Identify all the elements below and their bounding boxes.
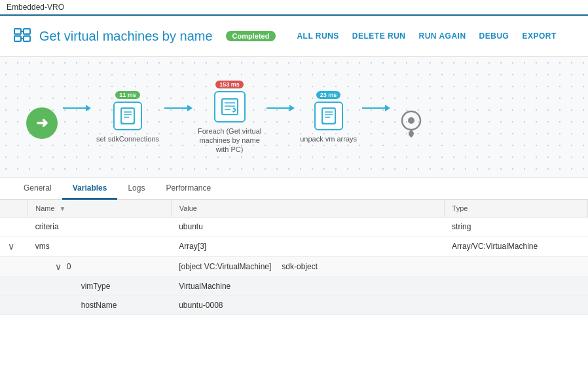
page-title: Get virtual machines by name <box>39 29 213 44</box>
table-row: hostName ubuntu-0008 <box>0 296 588 315</box>
row-expand-cell <box>0 257 28 277</box>
status-badge: Completed <box>226 31 276 41</box>
arrow-line <box>164 107 187 109</box>
sub-expand-icon[interactable]: ∨ <box>55 261 62 272</box>
row-type: string <box>444 217 587 236</box>
expand-icon[interactable]: ∨ <box>8 241 14 252</box>
arrow-4 <box>362 105 390 111</box>
row-name: criteria <box>28 217 171 236</box>
row-expand-cell <box>0 277 28 296</box>
arrow-1 <box>63 105 91 111</box>
wf-node-unpack: 23 ms unpack vm arrays <box>300 91 357 143</box>
wf-node-foreach: 153 ms Foreach (Get virtualmachines by n… <box>198 81 261 155</box>
svg-rect-15 <box>322 108 335 124</box>
arrow-3 <box>266 105 295 111</box>
table-row: ∨ vms Array[3] Array/VC:VirtualMachine <box>0 236 588 257</box>
variables-table-section: Name ▼ Value Type criteria ubuntu string <box>0 200 588 315</box>
row-type <box>444 296 587 315</box>
unpack-badge: 23 ms <box>316 91 341 99</box>
th-type: Type <box>444 200 587 217</box>
table-header: Name ▼ Value Type <box>0 200 588 217</box>
unpack-icon <box>314 102 343 130</box>
arrow-head <box>86 105 91 111</box>
row-value: [object VC:VirtualMachine] sdk-object <box>171 257 444 277</box>
tab-general[interactable]: General <box>13 178 62 200</box>
svg-rect-1 <box>24 29 30 34</box>
sdk-label: set sdkConnections <box>96 134 159 143</box>
th-value: Value <box>171 200 444 217</box>
svg-rect-10 <box>222 99 238 115</box>
arrow-head <box>289 105 295 111</box>
svg-point-20 <box>408 117 414 124</box>
export-button[interactable]: EXPORT <box>522 31 556 41</box>
tab-variables[interactable]: Variables <box>62 178 118 200</box>
title-bar: Embedded-VRO <box>0 0 588 16</box>
arrow-head <box>385 105 390 111</box>
name-filter-icon[interactable]: ▼ <box>60 205 66 212</box>
workflow-icon <box>13 25 31 47</box>
wf-node-end <box>395 96 427 139</box>
wf-node-sdk: 11 ms set sdkConnections <box>96 91 159 143</box>
foreach-badge: 153 ms <box>215 81 244 88</box>
row-name: vimType <box>28 277 171 296</box>
row-expand-cell <box>0 296 28 315</box>
tab-logs[interactable]: Logs <box>117 178 155 200</box>
row-value: Array[3] <box>171 236 444 257</box>
sdk-badge: 11 ms <box>115 91 140 99</box>
variables-table: Name ▼ Value Type criteria ubuntu string <box>0 200 588 315</box>
run-again-button[interactable]: RUN AGAIN <box>419 31 466 41</box>
row-type <box>444 277 587 296</box>
row-value: ubuntu <box>171 217 444 236</box>
svg-rect-2 <box>14 36 21 41</box>
row-value: ubuntu-0008 <box>171 296 444 315</box>
title-bar-label: Embedded-VRO <box>7 3 64 12</box>
arrow-line <box>266 107 289 109</box>
tabs-bar: General Variables Logs Performance <box>0 178 588 200</box>
row-expand-cell: ∨ <box>0 236 28 257</box>
sdk-icon <box>113 102 142 130</box>
workflow-canvas: ➜ 11 ms set sdkConnections <box>0 57 588 178</box>
table-row: vimType VirtualMachine <box>0 277 588 296</box>
row-type <box>444 257 587 277</box>
table-body: criteria ubuntu string ∨ vms Array[3] Ar… <box>0 217 588 315</box>
th-name: Name ▼ <box>28 200 171 217</box>
header: Get virtual machines by name Completed A… <box>0 16 588 57</box>
table-row: ∨ 0 [object VC:VirtualMachine] sdk-objec… <box>0 257 588 277</box>
arrow-2 <box>164 105 193 111</box>
all-runs-button[interactable]: ALL RUNS <box>297 31 339 41</box>
arrow-line <box>362 107 385 109</box>
workflow-inner: ➜ 11 ms set sdkConnections <box>0 57 588 178</box>
th-expand <box>0 200 28 217</box>
svg-rect-3 <box>24 36 30 41</box>
tab-performance[interactable]: Performance <box>155 178 221 200</box>
row-name: vms <box>28 236 171 257</box>
delete-run-button[interactable]: DELETE RUN <box>352 31 406 41</box>
row-value: VirtualMachine <box>171 277 444 296</box>
header-actions: ALL RUNS DELETE RUN RUN AGAIN DEBUG EXPO… <box>297 31 556 41</box>
svg-rect-0 <box>14 29 21 34</box>
row-name: hostName <box>28 296 171 315</box>
start-icon: ➜ <box>26 107 58 139</box>
debug-button[interactable]: DEBUG <box>479 31 509 41</box>
row-name: ∨ 0 <box>28 257 171 277</box>
foreach-icon <box>214 91 246 122</box>
arrow-line <box>63 107 86 109</box>
row-type: Array/VC:VirtualMachine <box>444 236 587 257</box>
unpack-label: unpack vm arrays <box>300 134 357 143</box>
value-pair: [object VC:VirtualMachine] sdk-object <box>179 262 436 271</box>
wf-node-start: ➜ <box>26 96 58 139</box>
svg-rect-6 <box>121 108 134 124</box>
table-row: criteria ubuntu string <box>0 217 588 236</box>
arrow-head <box>187 105 193 111</box>
foreach-label: Foreach (Get virtualmachines by namewith… <box>198 126 261 155</box>
row-expand-cell <box>0 217 28 236</box>
end-icon <box>395 107 427 139</box>
